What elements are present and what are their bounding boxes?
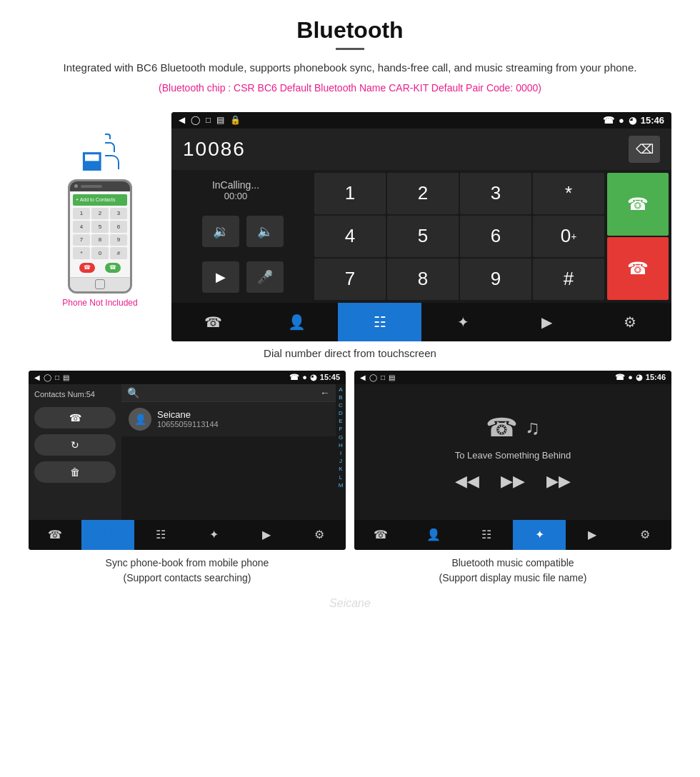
nav-contact[interactable]: 👤 [255,303,339,341]
notification-icon: ▤ [216,115,224,125]
alpha-i[interactable]: I [340,449,341,457]
dial-status-bar: ◀ ◯ □ ▤ 🔒 ☎ ● ◕ 15:46 [171,112,671,129]
music-nav-settings[interactable]: ⚙ [619,520,671,550]
nav-screen-transfer[interactable]: ▶ [505,303,589,341]
window-icon: ◯ [191,115,200,125]
keypad-area: InCalling... 00:00 🔉 🔈 ▶ 🎤 1 2 [171,170,671,303]
contacts-nav-phone[interactable]: ☎ [29,520,81,550]
key-7[interactable]: 7 [314,259,386,300]
key-0plus[interactable]: 0+ [533,216,604,257]
key-9[interactable]: 9 [460,259,531,300]
bottom-screens: ◀ ◯ □ ▤ ☎ ● ◕ 15:45 Contacts Num:54 ☎ ↻ … [29,371,671,550]
contacts-nav-bluetooth[interactable]: ✦ [187,520,240,550]
delete-contact-button[interactable]: 🗑 [34,461,116,483]
key-4[interactable]: 4 [314,216,386,257]
contacts-left-panel: Contacts Num:54 ☎ ↻ 🗑 [29,384,121,520]
nav-bluetooth[interactable]: ✦ [421,303,505,341]
phone-image-area: ⬓ + Add to Contacts 123 456 789 [29,112,171,341]
volume-controls: 🔉 🔈 [179,216,307,247]
answer-call-button[interactable]: ☎ [607,173,669,236]
mute-button[interactable]: 🎤 [246,261,284,293]
music-nav-screen[interactable]: ▶ [566,520,619,550]
alpha-g[interactable]: G [339,433,343,441]
key-3[interactable]: 3 [460,173,531,214]
contacts-search-input[interactable] [144,387,316,398]
call-contact-button[interactable]: ☎ [34,407,116,428]
key-1[interactable]: 1 [314,173,386,214]
nav-keypad[interactable]: ☷ [338,303,421,341]
phone-status-icon: ☎ [603,115,614,126]
music-time: 15:46 [646,373,666,381]
contacts-nav-keypad[interactable]: ☷ [134,520,187,550]
page-subtitle: Integrated with BC6 Bluetooth module, su… [29,60,671,76]
alpha-b[interactable]: B [339,393,342,401]
contacts-screen: ◀ ◯ □ ▤ ☎ ● ◕ 15:45 Contacts Num:54 ☎ ↻ … [29,371,346,550]
key-5[interactable]: 5 [387,216,459,257]
dial-nav-bar: ☎ 👤 ☷ ✦ ▶ ⚙ [171,303,671,341]
search-icon: 🔍 [127,387,139,398]
keypad-left-panel: InCalling... 00:00 🔉 🔈 ▶ 🎤 [171,170,314,303]
contacts-phone-icon: ☎ [289,373,299,382]
music-nav-bluetooth[interactable]: ✦ [513,520,566,550]
song-title: To Leave Something Behind [455,450,571,461]
music-location-icon: ● [628,373,633,381]
lock-icon: 🔒 [230,115,241,125]
alpha-h[interactable]: H [339,441,343,449]
alpha-d[interactable]: D [339,409,343,417]
volume-up-button[interactable]: 🔉 [202,216,239,247]
contacts-nav-bar: ☎ 👤 ☷ ✦ ▶ ⚙ [29,520,346,550]
music-nav-contact[interactable]: 👤 [407,520,460,550]
contacts-nav-screen[interactable]: ▶ [240,520,293,550]
alpha-c[interactable]: C [339,401,343,409]
alpha-m[interactable]: M [339,481,344,489]
back-nav-icon: ◀ [179,115,185,125]
status-time: 15:46 [641,115,664,126]
transfer-call-button[interactable]: ▶ [202,261,239,293]
end-call-button[interactable]: ☎ [607,237,669,300]
music-icon-area: ☎ ♫ [486,413,540,443]
call-action-buttons: ☎ ☎ [607,170,671,303]
music-phone-icon: ☎ [615,373,625,382]
music-nav-bar: ☎ 👤 ☷ ✦ ▶ ⚙ [354,520,671,550]
volume-down-button[interactable]: 🔈 [246,216,284,247]
key-6[interactable]: 6 [460,216,531,257]
play-pause-button[interactable]: ▶▶ [501,472,525,491]
contacts-time: 15:45 [320,373,340,381]
alpha-f[interactable]: F [339,425,343,433]
music-nav-keypad[interactable]: ☷ [460,520,513,550]
music-wifi-icon: ◕ [636,373,643,382]
alpha-k[interactable]: K [339,465,342,473]
music-content: ☎ ♫ To Leave Something Behind ◀◀ ▶▶ ▶▶ [354,384,671,520]
contacts-list-panel: 🔍 ← 👤 Seicane 10655059113144 [121,384,336,520]
dial-display: 10086 ⌫ [171,129,671,170]
alpha-e[interactable]: E [339,417,342,425]
contacts-nav-contact[interactable]: 👤 [81,520,134,550]
music-nav-phone[interactable]: ☎ [354,520,407,550]
square-icon: □ [206,115,211,125]
contact-list-item[interactable]: 👤 Seicane 10655059113144 [121,402,336,436]
alpha-a[interactable]: A [339,386,342,393]
phone-not-included-label: Phone Not Included [62,298,137,308]
bottom-captions: Sync phone-book from mobile phone(Suppor… [29,556,671,586]
next-track-button[interactable]: ▶▶ [546,472,571,491]
back-arrow-icon[interactable]: ← [320,387,330,398]
call-status-text: InCalling... [179,179,293,191]
alpha-l[interactable]: L [339,473,342,481]
contacts-wifi-icon: ◕ [310,373,317,382]
music-caption: Bluetooth music compatible(Support displ… [354,556,671,586]
nav-settings[interactable]: ⚙ [588,303,671,341]
sync-contacts-button[interactable]: ↻ [34,434,116,456]
alpha-j[interactable]: J [339,457,342,465]
nav-phone-transfer[interactable]: ☎ [171,303,255,341]
music-phone-symbol: ☎ [486,413,518,443]
backspace-button[interactable]: ⌫ [629,136,660,163]
previous-track-button[interactable]: ◀◀ [455,472,479,491]
key-star[interactable]: * [533,173,604,214]
contacts-location-icon: ● [302,373,307,381]
dial-screen: ◀ ◯ □ ▤ 🔒 ☎ ● ◕ 15:46 10086 ⌫ [171,112,671,341]
key-hash[interactable]: # [533,259,604,300]
contacts-search-bar: 🔍 ← [121,384,336,402]
contacts-nav-settings[interactable]: ⚙ [293,520,346,550]
key-8[interactable]: 8 [387,259,459,300]
key-2[interactable]: 2 [387,173,459,214]
